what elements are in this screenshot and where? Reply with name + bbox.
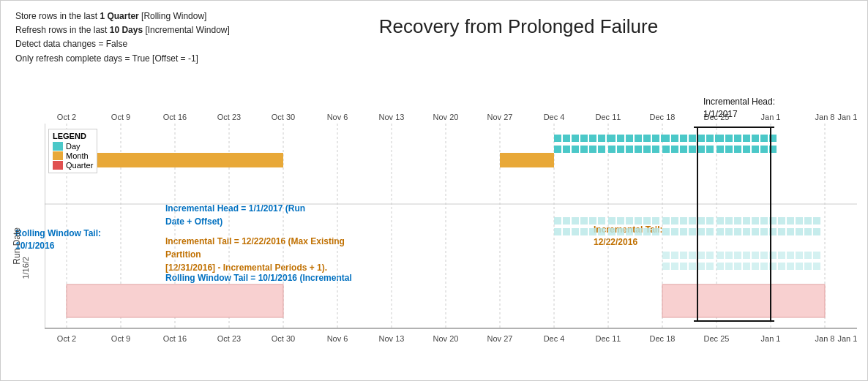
svg-text:Oct 16: Oct 16 <box>163 334 187 343</box>
svg-text:Nov 20: Nov 20 <box>433 113 459 121</box>
svg-text:Oct 16: Oct 16 <box>163 113 187 121</box>
svg-rect-122 <box>608 228 616 235</box>
svg-rect-118 <box>572 228 579 235</box>
svg-rect-125 <box>635 228 642 235</box>
svg-rect-80 <box>725 146 733 153</box>
svg-text:Dec 4: Dec 4 <box>544 113 565 121</box>
svg-rect-52 <box>706 135 714 142</box>
svg-rect-76 <box>689 146 696 153</box>
teal-tiles-row1b <box>554 146 777 153</box>
svg-rect-75 <box>680 146 687 153</box>
svg-rect-38 <box>598 135 605 142</box>
legend-box: LEGEND Day Month Quarter <box>48 129 97 173</box>
svg-rect-48 <box>671 135 678 142</box>
svg-rect-154 <box>734 252 741 259</box>
svg-text:Oct 30: Oct 30 <box>272 113 295 121</box>
svg-rect-142 <box>787 228 794 235</box>
svg-rect-135 <box>725 228 733 235</box>
svg-rect-156 <box>752 252 759 259</box>
svg-rect-115 <box>813 217 820 225</box>
svg-rect-145 <box>813 228 820 235</box>
svg-rect-83 <box>752 146 759 153</box>
svg-rect-94 <box>626 217 633 225</box>
svg-rect-144 <box>804 228 812 235</box>
svg-text:Jan 1: Jan 1 <box>761 334 781 343</box>
svg-rect-111 <box>778 217 785 225</box>
svg-text:Dec 25: Dec 25 <box>704 334 730 343</box>
svg-rect-116 <box>554 228 561 235</box>
svg-rect-42 <box>626 135 633 142</box>
svg-rect-181 <box>813 263 820 270</box>
ghost-tiles-lower2 <box>662 263 820 270</box>
svg-rect-168 <box>697 263 705 270</box>
svg-rect-35 <box>572 135 579 142</box>
svg-rect-137 <box>743 228 750 235</box>
svg-text:Oct 23: Oct 23 <box>217 113 241 121</box>
svg-rect-44 <box>643 135 651 142</box>
svg-text:Jan 15: Jan 15 <box>837 113 857 121</box>
svg-text:Oct 30: Oct 30 <box>272 334 295 343</box>
svg-rect-167 <box>689 263 696 270</box>
svg-rect-173 <box>743 263 750 270</box>
quarter-swatch <box>53 161 63 170</box>
svg-rect-166 <box>680 263 687 270</box>
svg-rect-124 <box>626 228 633 235</box>
svg-rect-171 <box>725 263 733 270</box>
svg-rect-36 <box>580 135 588 142</box>
svg-text:Nov 13: Nov 13 <box>379 113 405 121</box>
orange-bar-1 <box>67 153 283 167</box>
pink-bar-right <box>662 284 825 317</box>
svg-rect-61 <box>554 146 561 153</box>
svg-rect-34 <box>563 135 570 142</box>
svg-rect-136 <box>734 228 741 235</box>
svg-rect-104 <box>717 217 724 225</box>
svg-rect-105 <box>725 217 733 225</box>
svg-rect-33 <box>554 135 561 142</box>
ghost-tiles-lower1 <box>662 252 820 259</box>
svg-rect-130 <box>680 228 687 235</box>
svg-text:Oct 2: Oct 2 <box>57 113 76 121</box>
svg-rect-101 <box>689 217 696 225</box>
svg-rect-95 <box>635 217 642 225</box>
svg-rect-67 <box>608 146 616 153</box>
svg-rect-179 <box>796 263 803 270</box>
svg-rect-162 <box>804 252 812 259</box>
svg-rect-68 <box>617 146 624 153</box>
svg-rect-90 <box>589 217 596 225</box>
svg-rect-121 <box>598 228 605 235</box>
svg-text:Oct 23: Oct 23 <box>217 334 241 343</box>
svg-rect-172 <box>734 263 741 270</box>
svg-rect-98 <box>662 217 670 225</box>
svg-rect-133 <box>706 228 714 235</box>
svg-rect-152 <box>717 252 724 259</box>
offset-info: Only refresh complete days = True [Offse… <box>15 52 230 66</box>
svg-rect-131 <box>689 228 696 235</box>
svg-rect-88 <box>572 217 579 225</box>
svg-rect-78 <box>706 146 714 153</box>
svg-rect-169 <box>706 263 714 270</box>
svg-rect-96 <box>643 217 651 225</box>
x-labels-top: Oct 2 Oct 9 Oct 16 Oct 23 Oct 30 Nov 6 N… <box>57 113 857 121</box>
svg-rect-117 <box>563 228 570 235</box>
svg-rect-148 <box>680 252 687 259</box>
svg-rect-170 <box>717 263 724 270</box>
svg-rect-107 <box>743 217 750 225</box>
svg-rect-150 <box>697 252 705 259</box>
svg-rect-109 <box>760 217 768 225</box>
svg-rect-69 <box>626 146 633 153</box>
legend-day-label: Day <box>66 142 81 151</box>
svg-text:Jan 15: Jan 15 <box>837 334 857 343</box>
svg-rect-77 <box>697 146 705 153</box>
svg-rect-89 <box>580 217 588 225</box>
svg-rect-126 <box>643 228 651 235</box>
svg-rect-134 <box>717 228 724 235</box>
svg-rect-87 <box>563 217 570 225</box>
svg-rect-58 <box>752 135 759 142</box>
main-container: Store rows in the last 1 Quarter [Rollin… <box>1 1 868 381</box>
legend-title: LEGEND <box>53 132 93 140</box>
svg-rect-146 <box>662 252 670 259</box>
svg-rect-66 <box>598 146 605 153</box>
ghost-tiles-upper <box>554 217 820 225</box>
svg-rect-163 <box>813 252 820 259</box>
svg-text:Nov 6: Nov 6 <box>327 113 348 121</box>
